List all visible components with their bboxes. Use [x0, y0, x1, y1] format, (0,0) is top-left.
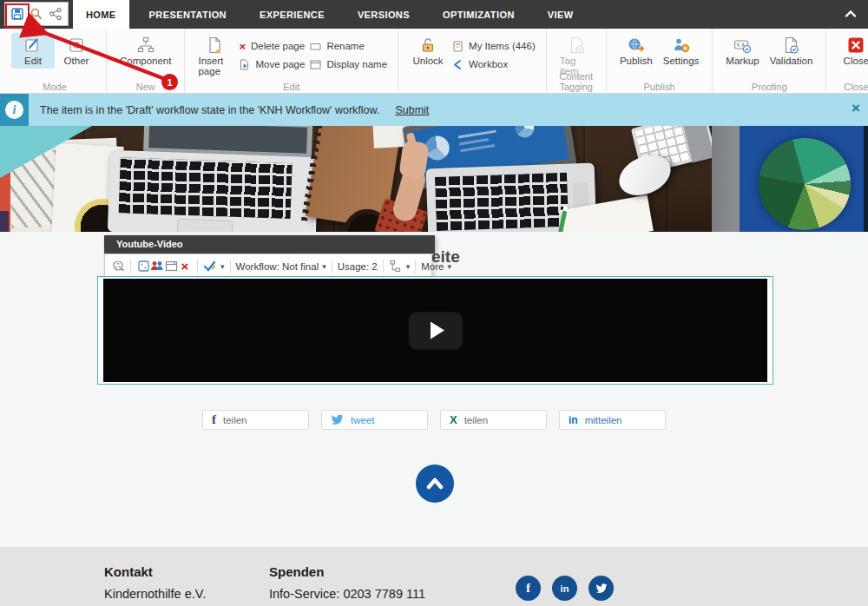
footer-facebook-button[interactable]: f: [516, 576, 541, 601]
xing-share-label: teilen: [464, 415, 489, 425]
insert-page-button[interactable]: ★ Insert page: [193, 33, 236, 79]
markup-button[interactable]: Markup: [720, 33, 764, 69]
group-label-content-tagging: Content Tagging: [547, 71, 606, 92]
edit-mode-label: Edit: [24, 56, 42, 66]
group-content-tagging: Tag item Content Tagging: [547, 29, 607, 93]
ribbon: Edit Other Mode Component New ★ Insert p…: [0, 29, 868, 94]
chevron-up-icon: [425, 477, 444, 491]
annotation-step-badge: 1: [161, 74, 178, 90]
facebook-share-label: teilen: [223, 415, 247, 425]
linkedin-share-button[interactable]: in mitteilen: [559, 410, 666, 430]
other-mode-label: Other: [64, 56, 89, 66]
my-items-button[interactable]: My Items (446): [452, 39, 536, 53]
chevron-down-icon[interactable]: ▾: [322, 262, 326, 271]
xing-share-button[interactable]: X teilen: [440, 410, 547, 430]
media-properties-icon[interactable]: [111, 260, 125, 273]
close-button[interactable]: Close: [834, 33, 868, 69]
move-page-button[interactable]: Move page: [239, 57, 305, 71]
info-icon-square: i: [0, 94, 29, 126]
group-lock: Unlock My Items (446) Workbox: [398, 29, 547, 93]
component-toolbar-title: Youtube-Video: [104, 235, 435, 254]
svg-text:★: ★: [214, 47, 221, 56]
twitter-share-button[interactable]: tweet: [321, 410, 428, 430]
move-page-icon: [239, 59, 250, 70]
display-name-button[interactable]: Display name: [310, 57, 387, 71]
publish-settings-button[interactable]: Settings: [658, 33, 705, 69]
unlock-label: Unlock: [412, 56, 443, 66]
my-items-icon: [452, 41, 464, 52]
move-page-label: Move page: [255, 59, 305, 69]
play-icon: [431, 322, 444, 339]
collapse-ribbon-icon[interactable]: [844, 8, 858, 20]
markup-label: Markup: [726, 56, 759, 66]
share-icon[interactable]: [47, 5, 64, 23]
workflow-check-icon[interactable]: [203, 260, 217, 273]
search-icon[interactable]: [28, 5, 45, 23]
hero-tablet-screen: [740, 126, 868, 232]
rename-label: Rename: [326, 41, 364, 51]
workbox-button[interactable]: Workbox: [452, 57, 536, 71]
publish-label: Publish: [620, 56, 653, 66]
group-publish: Publish Settings Publish: [607, 29, 713, 93]
facebook-share-button[interactable]: f teilen: [202, 410, 309, 430]
youtube-video-component[interactable]: [97, 276, 773, 385]
toolbar-separator: [415, 260, 416, 273]
linkedin-share-label: mitteilen: [585, 415, 622, 425]
toolbar-separator: [130, 260, 131, 273]
chevron-down-icon[interactable]: ▾: [406, 262, 411, 271]
group-mode: Edit Other Mode: [3, 29, 107, 93]
notification-close-icon[interactable]: ×: [852, 100, 860, 117]
rename-button[interactable]: Rename: [310, 39, 387, 53]
tab-presentation[interactable]: PRESENTATION: [136, 0, 240, 29]
workbox-icon: [452, 59, 464, 70]
group-label-proofing: Proofing: [713, 82, 825, 92]
datasource-tree-icon[interactable]: [389, 260, 403, 273]
publish-button[interactable]: Publish: [615, 33, 658, 69]
group-label-mode: Mode: [3, 82, 106, 92]
footer-twitter-button[interactable]: [589, 576, 614, 601]
validation-button[interactable]: Validation: [765, 33, 819, 69]
more-dropdown[interactable]: More: [421, 261, 444, 272]
linkedin-icon: in: [569, 414, 578, 426]
unlock-button[interactable]: Unlock: [406, 33, 450, 69]
tab-experience[interactable]: EXPERIENCE: [247, 0, 338, 29]
publish-settings-label: Settings: [663, 56, 700, 66]
delete-page-label: Delete page: [251, 41, 305, 51]
tab-home[interactable]: HOME: [73, 0, 129, 29]
select-parent-icon[interactable]: [136, 260, 150, 273]
personalization-icon[interactable]: [150, 260, 164, 273]
group-label-publish: Publish: [607, 82, 713, 92]
page-footer: Kontakt Kindernothilfe e.V. Spenden Info…: [0, 547, 868, 606]
chevron-down-icon[interactable]: ▾: [447, 262, 451, 271]
toolbar-separator: [383, 260, 384, 273]
submit-link[interactable]: Submit: [395, 104, 429, 116]
delete-component-icon[interactable]: ×: [178, 260, 192, 273]
validation-label: Validation: [770, 56, 813, 66]
workbox-label: Workbox: [469, 59, 508, 69]
chevron-down-icon[interactable]: ▾: [220, 262, 225, 271]
delete-icon: ×: [239, 41, 246, 52]
footer-linkedin-button[interactable]: in: [552, 576, 577, 601]
footer-kontakt-line: Kindernothilfe e.V.: [104, 587, 206, 601]
twitter-icon: [595, 583, 608, 594]
group-label-edit: Edit: [185, 82, 398, 92]
edit-mode-button[interactable]: Edit: [11, 33, 55, 69]
tab-optimization[interactable]: OPTIMIZATION: [430, 0, 528, 29]
edit-frame-icon[interactable]: [164, 260, 178, 273]
twitter-share-label: tweet: [351, 415, 375, 425]
other-mode-button[interactable]: Other: [55, 33, 98, 69]
hero-purple-item: [0, 211, 9, 232]
social-share-row: f teilen tweet X teilen in mitteilen: [202, 410, 666, 430]
component-button[interactable]: Component: [115, 33, 176, 69]
tab-view[interactable]: VIEW: [535, 0, 587, 29]
scroll-to-top-button[interactable]: [416, 464, 454, 503]
workflow-state-dropdown[interactable]: Workflow: Not final: [236, 261, 319, 272]
tab-versions[interactable]: VERSIONS: [345, 0, 423, 29]
insert-page-label: Insert page: [198, 56, 231, 76]
footer-spenden-line: Info-Service: 0203 7789 111: [269, 587, 425, 601]
video-player[interactable]: [103, 279, 767, 382]
group-edit: ★ Insert page × Delete page Move page Re…: [185, 29, 398, 93]
hero-laptop-left: [108, 126, 320, 232]
play-button[interactable]: [409, 312, 463, 349]
delete-page-button[interactable]: × Delete page: [239, 39, 305, 53]
